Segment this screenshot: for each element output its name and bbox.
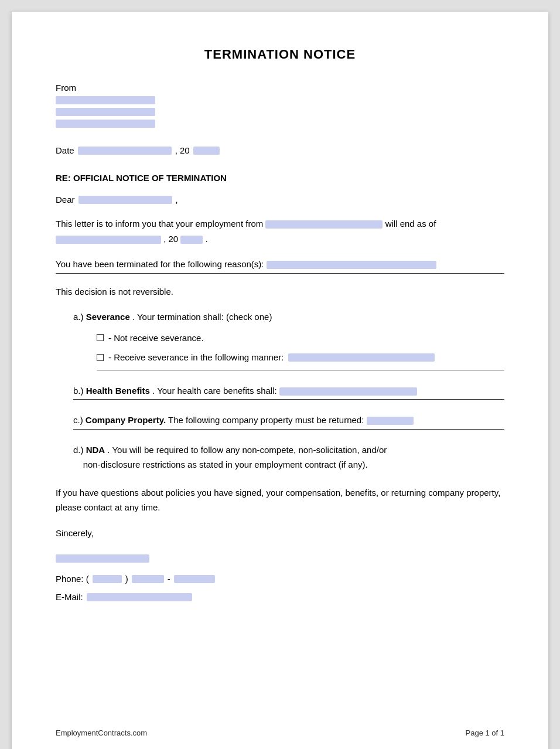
from-line-1[interactable] <box>56 96 155 104</box>
section-d-label: d.) <box>73 445 86 455</box>
body-paragraph-3: This decision is not reversible. <box>56 284 504 299</box>
reason-field-1[interactable] <box>267 261 436 269</box>
email-field[interactable] <box>87 593 192 601</box>
date-year-field[interactable] <box>193 147 220 155</box>
phone-number-field[interactable] <box>132 575 164 583</box>
no-severance-item: - Not receive severance. <box>97 331 504 346</box>
footer-page: Page 1 of 1 <box>466 728 505 737</box>
end-date-field[interactable] <box>56 236 161 244</box>
sincerely-label: Sincerely, <box>56 526 504 541</box>
section-a-label: a.) <box>73 312 86 322</box>
date-field[interactable] <box>78 147 172 155</box>
section-nda: d.) NDA . You will be required to follow… <box>73 442 504 472</box>
reason-label: You have been terminated for the followi… <box>56 259 264 269</box>
section-b-bold: Health Benefits <box>86 386 150 396</box>
sections-list: a.) Severance . Your termination shall: … <box>73 309 504 472</box>
company-property-underline <box>73 429 504 430</box>
footer: EmploymentContracts.com Page 1 of 1 <box>56 728 504 737</box>
phone-sep2: - <box>168 574 170 584</box>
body-paragraph-1: This letter is to inform you that your e… <box>56 216 504 246</box>
section-c-bold: Company Property. <box>86 415 166 425</box>
section-b-label: b.) <box>73 386 86 396</box>
end-year-field[interactable] <box>180 236 203 244</box>
section-c-rest: The following company property must be r… <box>168 415 367 425</box>
receive-severance-label: - Receive severance in the following man… <box>108 350 284 365</box>
dear-field[interactable] <box>78 196 172 204</box>
section-c-label: c.) <box>73 415 86 425</box>
section-b-rest: . Your health care benefits shall: <box>152 386 279 396</box>
footer-website: EmploymentContracts.com <box>56 728 147 737</box>
closing-paragraph: If you have questions about policies you… <box>56 485 504 515</box>
phone-extension-field[interactable] <box>174 575 215 583</box>
company-property-field[interactable] <box>367 417 414 425</box>
phone-area-code[interactable] <box>93 575 122 583</box>
reason-underline <box>56 273 504 274</box>
phone-row: Phone: ( ) - <box>56 574 504 584</box>
body-paragraph-2: You have been terminated for the followi… <box>56 257 504 274</box>
employment-from-field[interactable] <box>265 220 383 229</box>
section-health: b.) Health Benefits . Your health care b… <box>73 383 504 400</box>
dear-label: Dear <box>56 195 75 205</box>
dear-comma: , <box>176 195 178 205</box>
date-separator: , 20 <box>175 145 190 155</box>
email-label: E-Mail: <box>56 592 83 602</box>
section-a-rest: . Your termination shall: (check one) <box>132 312 272 322</box>
phone-sep1: ) <box>125 574 128 584</box>
section-severance: a.) Severance . Your termination shall: … <box>73 309 504 370</box>
health-underline <box>73 399 504 400</box>
phone-label: Phone: ( <box>56 574 89 584</box>
date-row: Date , 20 <box>56 145 504 155</box>
receive-severance-checkbox[interactable] <box>97 354 104 361</box>
from-label: From <box>56 83 504 93</box>
email-row: E-Mail: <box>56 592 504 602</box>
re-heading: RE: OFFICIAL NOTICE OF TERMINATION <box>56 173 504 183</box>
dear-row: Dear , <box>56 195 504 205</box>
document-title: TERMINATION NOTICE <box>56 47 504 62</box>
from-line-3[interactable] <box>56 120 155 128</box>
severance-manner-field[interactable] <box>288 353 435 362</box>
no-severance-checkbox[interactable] <box>97 334 104 341</box>
from-line-2[interactable] <box>56 108 155 116</box>
receive-severance-item: - Receive severance in the following man… <box>97 350 504 365</box>
date-label: Date <box>56 145 74 155</box>
signature-field[interactable] <box>56 554 149 563</box>
body-p1-date-sep: , 20 <box>163 234 178 244</box>
section-d-rest: . You will be required to follow any non… <box>73 445 387 470</box>
from-block: From <box>56 83 504 128</box>
body-p1-pre: This letter is to inform you that your e… <box>56 219 263 229</box>
document-page: TERMINATION NOTICE From Date , 20 RE: OF… <box>12 12 548 749</box>
section-company-property: c.) Company Property. The following comp… <box>73 413 504 430</box>
section-a-bold: Severance <box>86 312 130 322</box>
severance-sub-list: - Not receive severance. - Receive sever… <box>97 331 504 370</box>
body-p1-mid: will end as of <box>385 219 436 229</box>
no-severance-label: - Not receive severance. <box>108 331 204 346</box>
signature-block: Phone: ( ) - E-Mail: <box>56 552 504 602</box>
body-p1-period: . <box>206 234 208 244</box>
section-d-bold: NDA <box>86 445 105 455</box>
severance-underline <box>97 370 504 370</box>
from-lines <box>56 96 504 128</box>
health-benefits-field[interactable] <box>279 387 417 396</box>
